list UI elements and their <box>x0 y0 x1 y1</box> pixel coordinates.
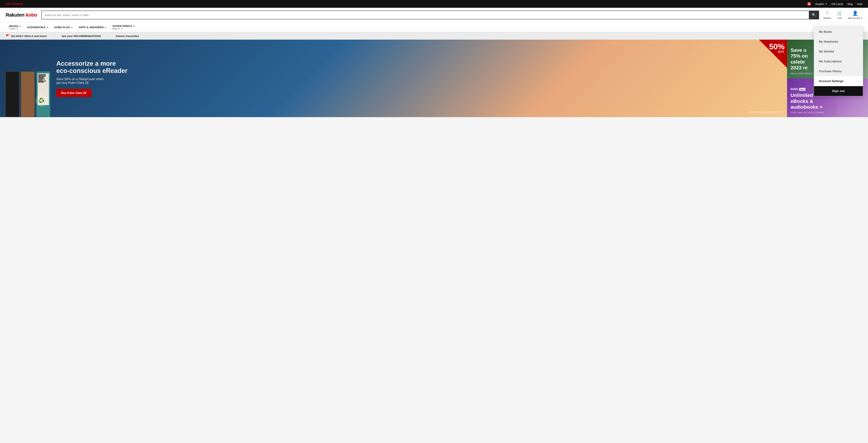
top-bar-left: Earn Rewards <box>6 2 23 5</box>
promo-recommendations-label: See your RECOMMENDATIONS <box>62 34 101 37</box>
hero-discount-off: OFF <box>769 51 784 53</box>
language-label: English <box>815 2 824 5</box>
dropdown-sign-out[interactable]: Sign out <box>814 86 863 96</box>
top-bar: Earn Rewards 🇨🇦 English ▼ Gift Cards Blo… <box>0 0 868 8</box>
help-link[interactable]: Help <box>857 2 862 5</box>
nav-kobo-plus-label: KOBO PLUS ▾ <box>54 26 72 29</box>
nav-audiobooks[interactable]: AUDIOBOOKS ▾ <box>24 22 51 32</box>
gift-cards-link[interactable]: Gift Cards <box>831 2 843 5</box>
cart-button[interactable]: 🛒 Cart <box>837 10 842 19</box>
chevron-down-icon: ▼ <box>825 3 827 5</box>
language-selector[interactable]: English ▼ <box>815 2 827 5</box>
device-brown <box>21 71 35 117</box>
header-actions: ♡ Wishlist 🛒 Cart 👤 My Account ∧ <box>823 10 862 19</box>
heart-icon: ♡ <box>825 10 829 16</box>
hero-title: Accessorize a moreeco-conscious eReader <box>56 60 127 75</box>
dropdown-my-notebooks[interactable]: My Notebooks <box>814 37 863 47</box>
wishlist-button[interactable]: ♡ Wishlist <box>823 10 831 19</box>
plus-badge: plus <box>799 88 805 91</box>
user-icon: 👤 <box>852 10 858 16</box>
promo-daily-deals-label: Get DAILY DEALS and more! <box>11 34 47 37</box>
nav-apps-ereaders-label: APPS & eREADERS ▾ <box>79 26 106 29</box>
cart-label: Cart <box>838 17 842 19</box>
flag-promo-icon: 🚩 <box>6 34 9 38</box>
search-bar: 🔍 <box>41 10 819 19</box>
dropdown-account-settings[interactable]: Account Settings <box>814 76 863 86</box>
rakuten-kobo-logo: Rakuten kobo <box>6 12 37 18</box>
earn-rewards-link[interactable]: Earn Rewards <box>6 2 23 5</box>
hero-subtitle: Save 50% on a SleepCover whenyou buy Kob… <box>56 77 127 85</box>
account-dropdown: My Books My Notebooks My Wishlist My Sub… <box>814 27 863 96</box>
logo-kobo: kobo <box>26 12 37 18</box>
nav-audiobooks-label: AUDIOBOOKS ▾ <box>27 26 48 29</box>
search-button[interactable]: 🔍 <box>809 11 819 19</box>
nav-super-points-balance: Balance: 0 <box>113 28 135 30</box>
hero-discount-percent: 50% <box>769 43 784 51</box>
logo-area[interactable]: Rakuten kobo <box>6 12 37 18</box>
nav-ebooks-label: eBooks ▾ <box>9 25 21 28</box>
my-account-button[interactable]: 👤 My Account ∧ <box>848 10 862 19</box>
eco-badge: ♻️ <box>35 94 48 107</box>
dropdown-my-wishlist[interactable]: My Wishlist <box>814 47 863 57</box>
canada-flag-icon: 🇨🇦 <box>807 2 811 6</box>
promo-divider-2: | <box>108 34 108 37</box>
hero-cta-button[interactable]: Buy Kobo Clara 2E <box>56 89 92 97</box>
nav-ebooks-credits: Credits: 0 <box>9 28 21 30</box>
cart-icon: 🛒 <box>837 10 842 16</box>
promo-classic-favourites[interactable]: Classic Favourites <box>116 34 139 37</box>
top-bar-right: 🇨🇦 English ▼ Gift Cards Blog Help <box>807 2 863 6</box>
promo-divider-1: | <box>54 34 55 37</box>
search-icon: 🔍 <box>812 13 816 17</box>
nav-apps-ereaders[interactable]: APPS & eREADERS ▾ <box>75 22 109 32</box>
my-account-label: My Account <box>848 17 860 19</box>
nav-ebooks[interactable]: eBooks ▾ Credits: 0 <box>6 22 24 32</box>
nav-super-points[interactable]: SUPER POINTS ▾ Balance: 0 <box>109 22 138 32</box>
logo-rakuten: Rakuten <box>6 12 26 18</box>
hero-offer-ends: OFFER ENDS AUGUST 17TH <box>749 111 783 114</box>
hero-discount-badge: 50% OFF <box>769 43 784 53</box>
main-header: Rakuten kobo 🔍 ♡ Wishlist 🛒 Cart 👤 My Ac… <box>0 8 868 22</box>
wishlist-label: Wishlist <box>823 17 831 19</box>
promo-classic-favourites-label: Classic Favourites <box>116 34 139 37</box>
nav-kobo-plus[interactable]: KOBO PLUS ▾ <box>51 22 75 32</box>
device-teal: ████████████████ ████ █████████ ████████… <box>36 71 50 117</box>
hero-section: 50% OFF ████████████████ ████ █████████ … <box>0 40 868 117</box>
dropdown-purchase-history[interactable]: Purchase History <box>814 66 863 76</box>
nav-bar: eBooks ▾ Credits: 0 AUDIOBOOKS ▾ KOBO PL… <box>0 22 868 32</box>
blog-link[interactable]: Blog <box>847 2 853 5</box>
promo-recommendations[interactable]: See your RECOMMENDATIONS <box>62 34 101 37</box>
kobo-logo-text: kobo <box>790 87 798 91</box>
chevron-up-icon: ∧ <box>861 17 862 19</box>
search-input[interactable] <box>42 11 809 19</box>
nav-super-points-label: SUPER POINTS ▾ <box>113 25 135 28</box>
device-black <box>5 71 19 117</box>
dropdown-my-books[interactable]: My Books <box>814 27 863 37</box>
hero-content: Accessorize a moreeco-conscious eReader … <box>56 60 127 97</box>
hero-main-banner: 50% OFF ████████████████ ████ █████████ … <box>0 40 787 117</box>
promo-daily-deals[interactable]: 🚩 Get DAILY DEALS and more! <box>6 34 47 38</box>
hero-devices: ████████████████ ████ █████████ ████████… <box>5 71 50 117</box>
promo-bar: 🚩 Get DAILY DEALS and more! | See your R… <box>0 32 868 40</box>
dropdown-my-subscriptions[interactable]: My Subscriptions <box>814 57 863 66</box>
